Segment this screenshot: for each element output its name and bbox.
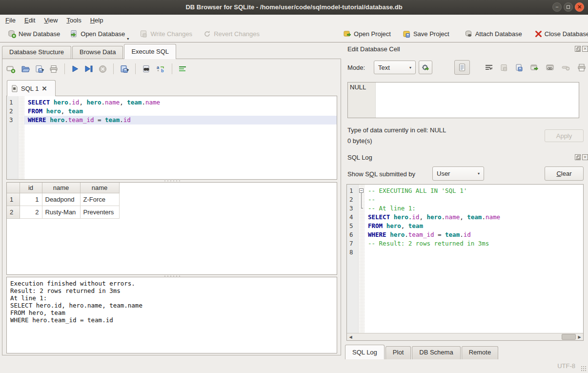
tab-sql-log[interactable]: SQL Log — [345, 345, 385, 359]
open-project-button[interactable]: Open Project — [339, 28, 395, 40]
menu-view[interactable]: View — [40, 16, 62, 25]
horizontal-scrollbar[interactable]: ◀ ▶ — [347, 333, 583, 340]
sql-log-dock-controls: ✕ — [575, 154, 588, 160]
column-header-name[interactable]: name — [42, 183, 80, 193]
cell-size-info: 0 byte(s) — [347, 137, 372, 145]
sql-log-filter-select[interactable]: User ▾ — [432, 166, 484, 181]
clear-log-button[interactable]: Clear — [545, 166, 584, 181]
scroll-right-arrow[interactable]: ▶ — [576, 335, 583, 339]
cell-value-display: NULL — [348, 83, 376, 118]
edit-cell-dock-controls: ✕ — [575, 46, 588, 52]
dock-float-icon[interactable] — [575, 154, 581, 160]
line-number: 4 — [347, 213, 359, 222]
export-data-icon[interactable] — [515, 64, 523, 72]
fold-collapse-icon[interactable]: − — [359, 188, 364, 193]
table-cell[interactable]: Rusty-Man — [42, 206, 80, 218]
tab-remote[interactable]: Remote — [462, 346, 499, 359]
format-sql-icon[interactable] — [179, 65, 187, 73]
save-sql-file-button[interactable]: ▾ — [35, 65, 44, 73]
line-number: 2 — [7, 107, 19, 116]
open-database-dropdown-arrow[interactable]: ▾ — [127, 37, 129, 42]
svg-text:a: a — [157, 65, 160, 70]
table-cell[interactable]: 1 — [20, 193, 42, 206]
column-header-id[interactable]: id — [20, 183, 42, 193]
open-in-app-icon[interactable] — [530, 64, 539, 71]
save-results-dropdown-arrow[interactable]: ▾ — [127, 68, 129, 73]
open-sql-file-icon[interactable] — [21, 65, 30, 73]
link-cell-icon[interactable] — [546, 64, 554, 71]
edit-cell-dock-title: Edit Database Cell — [347, 45, 400, 53]
toolbar-separator — [113, 63, 114, 74]
titlebar[interactable]: DB Browser for SQLite - /home/user/code/… — [0, 0, 588, 15]
table-row[interactable]: 11DeadpondZ-Force — [7, 193, 119, 206]
resize-grip[interactable] — [581, 366, 587, 372]
column-header-name2[interactable]: name — [80, 183, 119, 193]
text-mode-toggle[interactable] — [454, 60, 470, 75]
auto-switch-mode-button[interactable] — [419, 61, 432, 74]
new-database-button[interactable]: New Database — [4, 28, 64, 40]
menu-help[interactable]: Help — [86, 16, 108, 25]
line-number: 3 — [7, 116, 19, 124]
sql-log-view[interactable]: 1−-- EXECUTING ALL IN 'SQL 1'2--3-- At l… — [346, 184, 584, 341]
scrollbar-thumb[interactable] — [562, 334, 576, 340]
results-grid[interactable]: id name name 11DeadpondZ-Force22Rusty-Ma… — [6, 182, 337, 275]
execute-sql-icon[interactable] — [71, 65, 79, 73]
print-cell-icon[interactable] — [577, 63, 586, 72]
save-sql-dropdown-arrow[interactable]: ▾ — [42, 68, 44, 73]
dock-close-icon[interactable]: ✕ — [582, 46, 588, 52]
cell-edit-area[interactable] — [376, 83, 579, 118]
tab-database-structure[interactable]: Database Structure — [2, 46, 71, 59]
row-header[interactable]: 1 — [7, 193, 20, 206]
fold-cell — [359, 213, 365, 222]
mode-select[interactable]: Text ▾ — [374, 61, 416, 74]
new-sql-tab-icon[interactable] — [6, 65, 16, 73]
minimize-button[interactable]: − — [552, 2, 562, 12]
close-database-button[interactable]: Close Database — [531, 28, 588, 40]
scroll-left-arrow[interactable]: ◀ — [347, 335, 354, 339]
cell-value-editor[interactable]: NULL — [347, 82, 579, 118]
execute-current-line-icon[interactable] — [84, 65, 93, 73]
table-cell[interactable]: 2 — [20, 206, 42, 218]
save-project-button[interactable]: Save Project — [399, 28, 453, 40]
find-replace-icon[interactable]: a b — [156, 65, 165, 73]
sql-editor[interactable]: 1SELECT hero.id, hero.name, team.name2FR… — [6, 96, 337, 180]
menu-tools[interactable]: Tools — [62, 16, 85, 25]
table-cell[interactable]: Preventers — [80, 206, 119, 218]
apply-button[interactable]: Apply — [545, 129, 584, 142]
maximize-button[interactable] — [564, 2, 573, 12]
sql-tab-label: SQL 1 — [21, 85, 39, 92]
table-cell[interactable]: Deadpond — [42, 193, 80, 206]
execution-message-log[interactable]: Execution finished without errors. Resul… — [6, 277, 337, 353]
code-line: 5FROM hero, team — [347, 222, 583, 230]
main-toolbar: New Database Open Database ▾ Write Chang… — [0, 26, 588, 42]
print-sql-icon[interactable] — [49, 65, 58, 73]
find-icon[interactable] — [142, 65, 151, 73]
row-header[interactable]: 2 — [7, 206, 20, 218]
line-number: 6 — [347, 230, 359, 239]
menu-file[interactable]: File — [1, 16, 20, 25]
window-controls: − ✕ — [552, 2, 584, 12]
corner-header[interactable] — [7, 183, 20, 193]
import-data-icon — [500, 64, 508, 72]
sql-file-tab[interactable]: SQL 1 ✕ — [7, 80, 56, 96]
code-line: 4SELECT hero.id, hero.name, team.name — [347, 213, 583, 222]
dock-close-icon[interactable]: ✕ — [582, 154, 588, 160]
code-line: 2FROM hero, team — [7, 107, 337, 116]
save-results-button[interactable]: ▾ — [120, 65, 129, 73]
attach-database-button[interactable]: Attach Database — [461, 28, 526, 40]
word-wrap-icon[interactable] — [485, 64, 493, 71]
tab-execute-sql[interactable]: Execute SQL — [124, 44, 176, 59]
scrollbar-track[interactable] — [354, 333, 576, 340]
close-icon: ✕ — [577, 4, 582, 10]
tab-browse-data[interactable]: Browse Data — [72, 46, 123, 59]
dock-float-icon[interactable] — [575, 46, 581, 52]
sql-tab-close-icon[interactable]: ✕ — [41, 85, 47, 92]
open-database-button[interactable]: Open Database — [66, 28, 129, 40]
close-button[interactable]: ✕ — [575, 2, 584, 12]
table-row[interactable]: 22Rusty-ManPreventers — [7, 206, 119, 218]
table-cell[interactable]: Z-Force — [80, 193, 119, 206]
tab-plot[interactable]: Plot — [385, 346, 411, 359]
fold-cell[interactable]: − — [359, 186, 365, 195]
menu-edit[interactable]: Edit — [20, 16, 40, 25]
tab-db-schema[interactable]: DB Schema — [412, 346, 460, 359]
